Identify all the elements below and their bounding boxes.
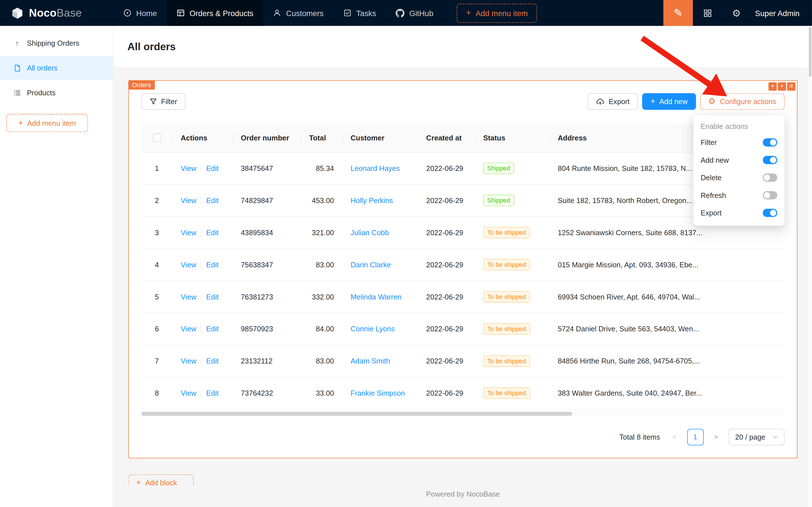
- add-block-clip: + Add block: [128, 474, 194, 485]
- action-divider: [201, 262, 201, 269]
- column-header-actions: Actions: [173, 123, 233, 152]
- customer-link[interactable]: Leonard Hayes: [350, 164, 400, 172]
- edit-link[interactable]: Edit: [206, 292, 219, 300]
- address-cell: 383 Walter Gardens, Suite 040, 24947, Be…: [549, 377, 785, 409]
- view-link[interactable]: View: [181, 228, 196, 237]
- plugins-button[interactable]: [693, 0, 722, 26]
- toggle-switch[interactable]: [763, 138, 777, 146]
- customer-link[interactable]: Holly Perkins: [350, 196, 393, 205]
- enable-action-item[interactable]: Export: [699, 204, 778, 222]
- view-link[interactable]: View: [181, 357, 196, 365]
- view-link[interactable]: View: [181, 164, 196, 172]
- block-drag-icon[interactable]: +: [768, 82, 777, 91]
- column-header-total: Total: [301, 123, 342, 152]
- edit-link[interactable]: Edit: [206, 228, 219, 237]
- vertical-scrollbar: [808, 26, 812, 507]
- view-link[interactable]: View: [181, 389, 196, 397]
- navbar-add-menu-item-button[interactable]: + Add menu item: [457, 3, 537, 22]
- column-header-status: Status: [475, 123, 549, 152]
- file-icon: [13, 64, 21, 72]
- app-window: NocoBase Home Orders & Products Customer…: [0, 0, 812, 507]
- toggle-switch[interactable]: [763, 156, 777, 164]
- status-badge: Shipped: [483, 195, 514, 206]
- user-menu[interactable]: Super Admin: [751, 8, 812, 17]
- filter-icon: [150, 98, 157, 105]
- customer-link[interactable]: Adam Smith: [350, 357, 390, 365]
- add-new-button[interactable]: + Add new: [642, 93, 696, 110]
- pagination-prev-button[interactable]: <: [666, 429, 683, 445]
- table-header-row: Actions Order number Total Customer Crea…: [141, 123, 785, 152]
- main-menu: Home Orders & Products Customers Tasks G…: [113, 0, 443, 26]
- edit-link[interactable]: Edit: [206, 164, 219, 172]
- pagination-next-button[interactable]: >: [708, 429, 724, 445]
- table-row: 4 ViewEdit 75638347 83.00 Darin Clarke 2…: [141, 249, 785, 281]
- plus-icon: +: [650, 97, 655, 106]
- customer-link[interactable]: Connie Lyons: [350, 325, 395, 333]
- sidebar-item-shipping-orders[interactable]: ↑ Shipping Orders: [0, 31, 113, 55]
- table-row: 6 ViewEdit 98570923 84.00 Connie Lyons 2…: [141, 313, 785, 345]
- horizontal-scrollbar-thumb[interactable]: [141, 411, 572, 416]
- view-link[interactable]: View: [181, 261, 196, 269]
- row-index: 4: [155, 261, 159, 269]
- table-row: 3 ViewEdit 43895834 321.00 Julian Cobb 2…: [141, 217, 785, 249]
- nocobase-logo[interactable]: NocoBase: [0, 6, 113, 20]
- customer-link[interactable]: Julian Cobb: [350, 228, 389, 237]
- customer-link[interactable]: Melinda Warren: [350, 293, 402, 301]
- address-cell: 5724 Daniel Drive, Suite 563, 54403, Wen…: [549, 313, 785, 345]
- column-header-order-number: Order number: [233, 123, 301, 152]
- row-index: 8: [155, 389, 159, 397]
- customer-link[interactable]: Frankie Simpson: [350, 389, 405, 397]
- block-settings-icon[interactable]: ≡: [787, 82, 795, 91]
- order-number-cell: 23132112: [233, 345, 301, 377]
- created-at-cell: 2022-06-29: [418, 377, 475, 409]
- nav-item-tasks[interactable]: Tasks: [334, 0, 386, 26]
- view-link[interactable]: View: [181, 196, 196, 205]
- edit-link[interactable]: Edit: [206, 357, 219, 365]
- table-row: 5 ViewEdit 76381273 332.00 Melinda Warre…: [141, 281, 785, 313]
- address-cell: 015 Margie Mission, Apt. 093, 34936, Ebe…: [549, 249, 785, 281]
- filter-button[interactable]: Filter: [141, 93, 185, 110]
- block-initializer-icon[interactable]: +: [778, 82, 786, 91]
- vertical-scrollbar-thumb[interactable]: [809, 27, 811, 77]
- view-link[interactable]: View: [181, 292, 196, 300]
- enable-action-item[interactable]: Filter: [699, 134, 778, 151]
- configure-actions-button[interactable]: ⚙ Configure actions: [700, 93, 785, 110]
- enable-action-item[interactable]: Refresh: [699, 186, 778, 204]
- select-all-checkbox[interactable]: [153, 134, 161, 142]
- pagination-page-1[interactable]: 1: [687, 429, 704, 445]
- dropdown-title: Enable actions: [699, 119, 778, 134]
- edit-link[interactable]: Edit: [206, 389, 219, 397]
- settings-button[interactable]: ⚙: [722, 0, 751, 26]
- ui-editor-pencil-icon: ✎: [674, 7, 683, 19]
- enable-action-item[interactable]: Add new: [699, 151, 778, 169]
- export-button[interactable]: Export: [588, 93, 638, 110]
- enable-action-item[interactable]: Delete: [699, 169, 778, 186]
- sidebar-item-all-orders[interactable]: All orders: [0, 56, 113, 79]
- add-block-button[interactable]: + Add block: [128, 474, 194, 485]
- edit-link[interactable]: Edit: [206, 325, 219, 333]
- toggle-switch[interactable]: [763, 209, 777, 217]
- action-divider: [201, 294, 201, 301]
- nav-item-customers[interactable]: Customers: [263, 0, 334, 26]
- toggle-switch[interactable]: [763, 173, 777, 182]
- row-index: 5: [155, 293, 159, 301]
- orders-products-icon: [176, 9, 185, 17]
- nav-item-github[interactable]: GitHub: [386, 0, 443, 26]
- plus-icon: +: [136, 478, 141, 486]
- orders-table-body: 1 ViewEdit 38475647 85.34 Leonard Hayes …: [141, 152, 785, 409]
- ui-editor-button[interactable]: ✎: [663, 0, 693, 26]
- nav-item-home[interactable]: Home: [113, 0, 167, 26]
- page-size-select[interactable]: 20 / page: [729, 429, 785, 445]
- toggle-switch[interactable]: [763, 191, 777, 200]
- created-at-cell: 2022-06-29: [418, 249, 475, 281]
- edit-link[interactable]: Edit: [206, 196, 219, 205]
- nav-item-orders-products[interactable]: Orders & Products: [167, 0, 263, 26]
- edit-link[interactable]: Edit: [206, 261, 219, 269]
- row-index: 1: [155, 164, 159, 172]
- top-navbar: NocoBase Home Orders & Products Customer…: [0, 0, 812, 26]
- customer-link[interactable]: Darin Clarke: [350, 261, 391, 269]
- sidebar-item-products[interactable]: Products: [0, 81, 113, 105]
- sidebar-add-menu-item-button[interactable]: + Add menu item: [6, 114, 88, 132]
- page-title: All orders: [127, 41, 176, 52]
- view-link[interactable]: View: [181, 325, 196, 333]
